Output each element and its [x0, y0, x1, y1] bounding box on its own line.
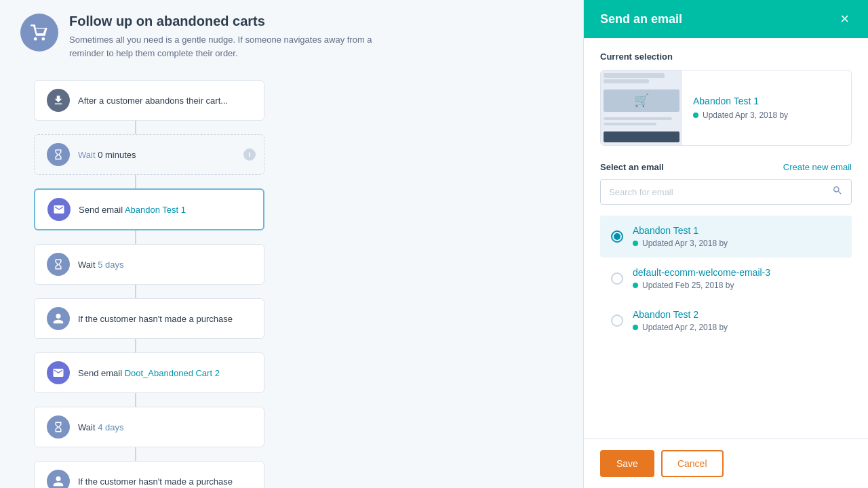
- step-condition-1-label: If the customer hasn't made a purchase: [78, 314, 233, 324]
- status-dot-selected: [693, 113, 698, 118]
- step-email-1[interactable]: Send email Abandon Test 1: [34, 188, 264, 230]
- shopping-cart-icon: [30, 23, 49, 42]
- connector-4: [135, 285, 136, 298]
- step-condition-2-label: If the customer hasn't made a purchase: [78, 476, 233, 487]
- email-option-2[interactable]: Abandon Test 2 Updated Apr 2, 2018 by: [600, 300, 852, 342]
- radio-btn-1[interactable]: [611, 272, 623, 285]
- close-button[interactable]: ×: [837, 9, 852, 29]
- right-panel: Send an email × Current selection 🛒: [583, 0, 868, 488]
- wait-icon-3: [47, 415, 70, 439]
- panel-body: Current selection 🛒 Abandon Test 1: [584, 38, 868, 439]
- step-email-2[interactable]: Send email Doot_Abandoned Cart 2: [34, 352, 264, 393]
- email-option-0[interactable]: Abandon Test 1 Updated Apr 3, 2018 by: [600, 216, 852, 258]
- wait-icon-1: [47, 143, 70, 166]
- left-panel: Follow up on abandoned carts Sometimes a…: [0, 0, 583, 488]
- hourglass-icon-1: [52, 148, 64, 161]
- email-thumbnail: 🛒: [601, 70, 682, 145]
- wait-2-highlight: 5 days: [98, 260, 123, 270]
- connector-5: [135, 339, 136, 352]
- step-email-2-label: Send email Doot_Abandoned Cart 2: [78, 368, 220, 378]
- step-wait-2-label: Wait 5 days: [78, 260, 123, 270]
- step-wait-1[interactable]: Wait 0 minutes i: [34, 134, 264, 175]
- step-trigger[interactable]: After a customer abandons their cart...: [34, 80, 264, 121]
- connector-2: [135, 175, 136, 188]
- step-wait-1-label: Wait 0 minutes: [78, 150, 136, 160]
- email-option-info-2: Abandon Test 2 Updated Apr 2, 2018 by: [633, 309, 728, 332]
- email-1-highlight: Abandon Test 1: [125, 205, 186, 215]
- info-icon-1[interactable]: i: [243, 148, 256, 161]
- mail-icon-2: [52, 367, 64, 379]
- selection-info: Abandon Test 1 Updated Apr 3, 2018 by: [693, 90, 788, 125]
- connector-7: [135, 447, 136, 461]
- email-option-1[interactable]: default-ecomm-welcome-email-3 Updated Fe…: [600, 258, 852, 300]
- save-button[interactable]: Save: [600, 450, 654, 477]
- hourglass-icon-2: [52, 258, 64, 270]
- current-selection-card: 🛒 Abandon Test 1 Updated Apr 3, 2018 by: [600, 70, 852, 146]
- cart-icon: [20, 14, 58, 52]
- workflow-steps: After a customer abandons their cart... …: [34, 80, 563, 488]
- wait-1-highlight: 0 minutes: [98, 150, 136, 160]
- condition-icon-1: [47, 307, 70, 330]
- page-description: Sometimes all you need is a gentle nudge…: [69, 33, 395, 60]
- select-email-row: Select an email Create new email: [600, 162, 852, 172]
- email-option-info-1: default-ecomm-welcome-email-3 Updated Fe…: [633, 267, 770, 290]
- create-new-email-link[interactable]: Create new email: [783, 162, 852, 172]
- step-wait-2[interactable]: Wait 5 days: [34, 244, 264, 285]
- step-condition-2[interactable]: If the customer hasn't made a purchase: [34, 461, 264, 488]
- connector-3: [135, 230, 136, 244]
- step-condition-1[interactable]: If the customer hasn't made a purchase: [34, 298, 264, 339]
- panel-footer: Save Cancel: [584, 439, 868, 488]
- step-wait-3[interactable]: Wait 4 days: [34, 407, 264, 447]
- panel-title: Send an email: [600, 12, 682, 26]
- email-option-info-0: Abandon Test 1 Updated Apr 3, 2018 by: [633, 225, 728, 248]
- email-icon-2: [47, 361, 70, 384]
- connector-6: [135, 393, 136, 407]
- radio-btn-0[interactable]: [611, 230, 623, 243]
- step-trigger-label: After a customer abandons their cart...: [78, 96, 228, 106]
- email-2-highlight: Doot_Abandoned Cart 2: [125, 368, 220, 378]
- email-opt-meta-2: Updated Apr 2, 2018 by: [633, 323, 728, 332]
- thumbnail-image: 🛒: [604, 89, 679, 112]
- email-icon-1: [47, 198, 71, 221]
- mail-icon-1: [53, 203, 65, 216]
- email-opt-meta-0: Updated Apr 3, 2018 by: [633, 239, 728, 248]
- person-icon-2: [52, 475, 64, 487]
- panel-header: Send an email ×: [584, 0, 868, 38]
- search-input[interactable]: [609, 187, 827, 197]
- connector-1: [135, 121, 136, 134]
- status-dot-2: [633, 325, 638, 330]
- search-icon: [832, 185, 843, 199]
- trigger-icon: [47, 89, 70, 112]
- email-opt-meta-1: Updated Feb 25, 2018 by: [633, 281, 770, 290]
- cancel-button[interactable]: Cancel: [661, 450, 724, 477]
- status-dot-1: [633, 283, 638, 288]
- download-icon: [52, 94, 64, 106]
- step-wait-3-label: Wait 4 days: [78, 422, 123, 432]
- selected-email-meta: Updated Apr 3, 2018 by: [693, 110, 788, 120]
- current-selection-label: Current selection: [600, 52, 852, 62]
- selected-email-name: Abandon Test 1: [693, 96, 788, 106]
- search-box[interactable]: [600, 179, 852, 205]
- email-opt-name-2: Abandon Test 2: [633, 309, 728, 320]
- step-email-1-label: Send email Abandon Test 1: [79, 205, 186, 215]
- radio-btn-2[interactable]: [611, 314, 623, 327]
- page-title: Follow up on abandoned carts: [69, 14, 395, 29]
- person-icon-1: [52, 312, 64, 325]
- header-text: Follow up on abandoned carts Sometimes a…: [69, 14, 395, 60]
- email-list: Abandon Test 1 Updated Apr 3, 2018 by de…: [600, 216, 852, 342]
- page-header: Follow up on abandoned carts Sometimes a…: [20, 14, 563, 60]
- email-opt-name-1: default-ecomm-welcome-email-3: [633, 267, 770, 278]
- wait-icon-2: [47, 253, 70, 276]
- status-dot-0: [633, 241, 638, 246]
- wait-3-highlight: 4 days: [98, 422, 123, 432]
- radio-inner-0: [614, 233, 620, 240]
- select-email-label: Select an email: [600, 162, 664, 172]
- condition-icon-2: [47, 470, 70, 488]
- email-opt-name-0: Abandon Test 1: [633, 225, 728, 236]
- hourglass-icon-3: [52, 421, 64, 433]
